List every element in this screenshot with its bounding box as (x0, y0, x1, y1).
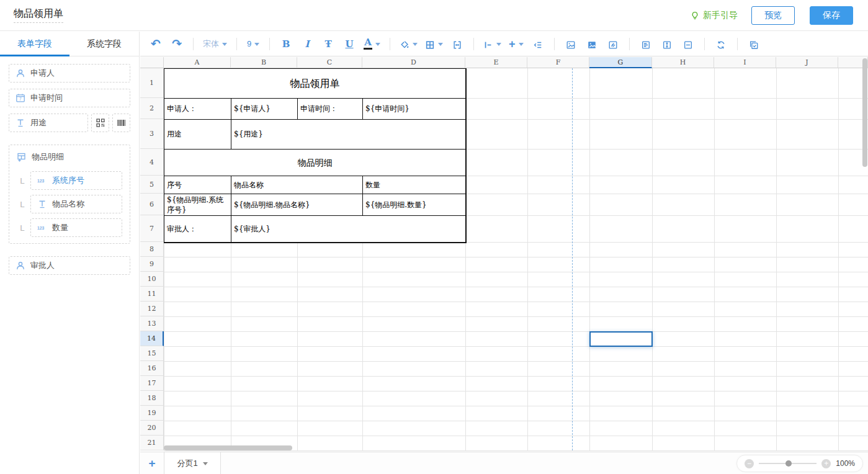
row-header-5[interactable]: 5 (140, 176, 164, 194)
zoom-in-button[interactable]: + (821, 459, 831, 468)
row-header-1[interactable]: 1 (140, 68, 164, 98)
merge-cells-button[interactable] (450, 36, 464, 52)
page-setup-button[interactable] (639, 36, 653, 52)
row-header-3[interactable]: 3 (140, 119, 164, 149)
fill-color-button[interactable] (400, 36, 418, 52)
save-button[interactable]: 保存 (810, 6, 853, 25)
column-header-A[interactable]: A (164, 57, 231, 68)
italic-button[interactable]: I (300, 36, 314, 52)
row-header-12[interactable]: 12 (140, 302, 164, 316)
form-cell-A5[interactable]: 序号 (164, 176, 231, 194)
redo-button[interactable]: ↷ (170, 36, 184, 52)
sheet-canvas[interactable]: ABCDEFGHIJ123456789101112131415161718192… (140, 57, 868, 452)
form-cell-B5:C5[interactable]: 物品名称 (231, 176, 363, 194)
selected-cell-G14[interactable] (589, 331, 653, 347)
row-header-11[interactable]: 11 (140, 287, 164, 302)
align-button[interactable] (483, 36, 501, 52)
font-color-button[interactable]: A (364, 36, 380, 52)
row-header-8[interactable]: 8 (140, 242, 164, 257)
row-header-16[interactable]: 16 (140, 361, 164, 376)
undo-button[interactable]: ↶ (149, 36, 163, 52)
row-header-2[interactable]: 2 (140, 98, 164, 119)
row-header-19[interactable]: 19 (140, 406, 164, 421)
borders-button[interactable] (425, 36, 443, 52)
watermark-button[interactable] (606, 36, 620, 52)
insert-image-button[interactable] (564, 36, 578, 52)
row-header-6[interactable]: 6 (140, 194, 164, 215)
zoom-slider-handle[interactable] (785, 460, 792, 467)
form-cell-C2[interactable]: 申请时间： (297, 98, 363, 120)
row-header-14[interactable]: 14 (140, 331, 164, 346)
row-header-17[interactable]: 17 (140, 376, 164, 391)
column-header-B[interactable]: B (231, 57, 297, 68)
form-cell-B3:D3[interactable]: ${用途} (231, 119, 466, 150)
form-cell-D2[interactable]: ${申请时间} (362, 98, 466, 120)
form-cell-B6:C6[interactable]: ${物品明细.物品名称} (231, 194, 363, 216)
row-settings-button[interactable] (531, 36, 545, 52)
vertical-scrollbar[interactable] (862, 58, 867, 167)
qrcode-field-button[interactable] (91, 114, 109, 132)
column-header-J[interactable]: J (776, 57, 838, 68)
tab-system-fields[interactable]: 系统字段 (69, 32, 139, 56)
form-cell-A4:D4[interactable]: 物品明细 (164, 149, 466, 176)
font-family-dropdown[interactable]: 宋体 (203, 36, 227, 52)
field-group-child: L123数量 (14, 218, 125, 237)
form-cell-D6[interactable]: ${物品明细.数量} (362, 194, 466, 216)
row-header-18[interactable]: 18 (140, 391, 164, 406)
row-header-15[interactable]: 15 (140, 346, 164, 361)
tab-form-fields[interactable]: 表单字段 (0, 32, 69, 56)
column-header-E[interactable]: E (465, 57, 527, 68)
add-sheet-button[interactable]: + (140, 457, 164, 470)
field-group-物品明细[interactable]: 物品明细L123系统序号L物品名称L123数量 (9, 145, 130, 244)
form-cell-B7:D7[interactable]: ${审批人} (231, 215, 466, 243)
field-item-用途[interactable]: 用途 (9, 114, 88, 132)
field-item-系统序号[interactable]: 123系统序号 (30, 171, 122, 190)
form-cell-B2[interactable]: ${申请人} (231, 98, 298, 120)
zoom-slider[interactable] (759, 463, 817, 464)
column-header-D[interactable]: D (362, 57, 465, 68)
image-icon (566, 39, 576, 49)
gridline-horizontal (164, 257, 868, 257)
row-header-7[interactable]: 7 (140, 215, 164, 242)
beginner-guide-link[interactable]: 新手引导 (690, 10, 738, 21)
form-cell-D5[interactable]: 数量 (362, 176, 466, 194)
strikethrough-button[interactable]: Ŧ (321, 36, 335, 52)
underline-button[interactable]: U (342, 36, 356, 52)
split-row-button[interactable] (681, 36, 695, 52)
row-header-4[interactable]: 4 (140, 149, 164, 176)
field-item-申请人[interactable]: 申请人 (9, 64, 130, 83)
barcode-field-button[interactable] (112, 114, 130, 132)
copy-template-button[interactable] (747, 36, 761, 52)
column-header-F[interactable]: F (527, 57, 589, 68)
row-header-9[interactable]: 9 (140, 257, 164, 272)
row-header-21[interactable]: 21 (140, 436, 164, 450)
row-header-13[interactable]: 13 (140, 316, 164, 331)
bold-button[interactable]: B (279, 36, 293, 52)
sheet-tab[interactable]: 分页1 (164, 452, 221, 474)
column-header-G[interactable]: G (589, 57, 652, 68)
column-header-C[interactable]: C (297, 57, 362, 68)
form-cell-A2[interactable]: 申请人： (164, 98, 231, 120)
document-title[interactable]: 物品领用单 (14, 7, 63, 23)
column-header-I[interactable]: I (714, 57, 776, 68)
field-item-审批人[interactable]: 审批人 (9, 256, 130, 275)
form-cell-A1:D1[interactable]: 物品领用单 (164, 68, 466, 99)
insert-button[interactable]: + (509, 36, 524, 52)
field-item-物品名称[interactable]: 物品名称 (30, 195, 122, 213)
font-size-dropdown[interactable]: 9 (246, 36, 260, 52)
preview-button[interactable]: 预览 (751, 6, 795, 25)
row-header-20[interactable]: 20 (140, 421, 164, 436)
zoom-out-button[interactable]: − (745, 459, 754, 468)
select-all-corner[interactable] (140, 57, 164, 68)
field-item-申请时间[interactable]: 7申请时间 (9, 89, 130, 107)
horizontal-scrollbar[interactable] (164, 445, 292, 450)
refresh-button[interactable] (714, 36, 728, 52)
form-cell-A7[interactable]: 审批人： (164, 215, 231, 243)
row-height-button[interactable] (660, 36, 674, 52)
form-cell-A3[interactable]: 用途 (164, 119, 231, 150)
row-header-10[interactable]: 10 (140, 272, 164, 287)
field-item-数量[interactable]: 123数量 (30, 218, 122, 237)
form-cell-A6[interactable]: ${物品明细.系统序号} (164, 194, 231, 216)
background-image-button[interactable] (585, 36, 599, 52)
column-header-H[interactable]: H (652, 57, 714, 68)
